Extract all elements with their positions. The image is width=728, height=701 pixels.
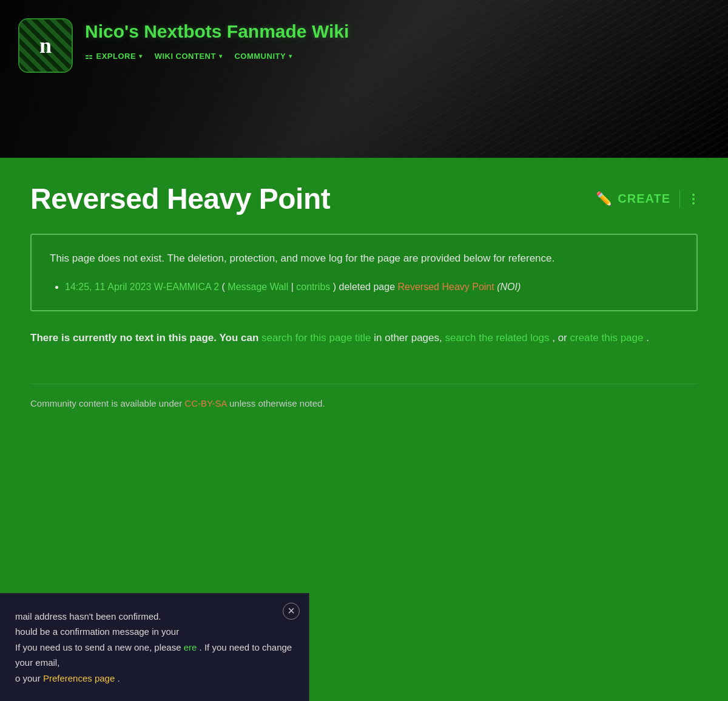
footer-suffix: unless otherwise noted.	[229, 398, 325, 408]
footer-text: Community content is available under CC-…	[30, 396, 698, 411]
search-page-title-link[interactable]: search for this page title	[261, 332, 371, 344]
popup-line6: .	[117, 673, 120, 683]
nav-item-community[interactable]: COMMUNITY ▾	[234, 52, 292, 61]
create-button[interactable]: ✏️ CREATE	[596, 191, 670, 207]
popup-text: mail address hasn't been confirmed. houl…	[15, 609, 297, 686]
nav-item-explore[interactable]: ⚏ EXPLORE ▾	[85, 51, 143, 61]
create-label: CREATE	[618, 192, 670, 206]
license-link[interactable]: CC-BY-SA	[184, 398, 226, 408]
page-title-row: Reversed Heavy Point ✏️ CREATE	[30, 182, 698, 215]
more-options-button[interactable]	[689, 191, 698, 208]
deletion-notice-box: This page does not exist. The deletion, …	[30, 234, 698, 311]
dot-icon-1	[692, 194, 695, 196]
log-noi: (NOI)	[497, 282, 521, 292]
log-timestamp-link[interactable]: 14:25, 11 April 2023	[65, 282, 151, 292]
wiki-logo[interactable]: n	[18, 18, 73, 73]
action-divider	[679, 190, 680, 208]
pencil-icon: ✏️	[596, 191, 613, 207]
log-message-wall-link[interactable]: Message Wall	[228, 282, 288, 292]
site-header: n Nico's Nextbots Fanmade Wiki ⚏ EXPLORE…	[0, 0, 728, 158]
wiki-logo-letter: n	[19, 19, 72, 72]
log-separator: |	[291, 282, 297, 292]
log-paren-open: (	[222, 282, 225, 292]
nav-item-wiki-content[interactable]: WIKI CONTENT ▾	[155, 52, 223, 61]
popup-line1: mail address hasn't been confirmed.	[15, 611, 161, 621]
wiki-title: Nico's Nextbots Fanmade Wiki	[85, 21, 349, 42]
no-text-suffix: , or	[552, 332, 567, 344]
popup-line3: If you need us to send a new one, please	[15, 642, 181, 652]
email-confirmation-popup: × mail address hasn't been confirmed. ho…	[0, 593, 309, 702]
dot-icon-2	[692, 198, 695, 200]
footer-prefix: Community content is available under	[30, 398, 182, 408]
log-page-name-link[interactable]: Reversed Heavy Point	[398, 282, 494, 292]
wiki-nav: ⚏ EXPLORE ▾ WIKI CONTENT ▾ COMMUNITY ▾	[85, 51, 349, 61]
notice-log-list: 14:25, 11 April 2023 W-EAMMICA 2 ( Messa…	[50, 279, 678, 295]
nav-explore-label: EXPLORE	[96, 52, 136, 61]
no-text-middle: in other pages,	[374, 332, 442, 344]
create-page-link[interactable]: create this page	[570, 332, 643, 344]
popup-line2: hould be a confirmation message in your	[15, 626, 179, 637]
page-title: Reversed Heavy Point	[30, 182, 330, 215]
page-actions: ✏️ CREATE	[596, 190, 698, 208]
page-footer: Community content is available under CC-…	[30, 384, 698, 411]
search-related-logs-link[interactable]: search the related logs	[445, 332, 549, 344]
nav-wiki-content-label: WIKI CONTENT	[155, 52, 216, 61]
no-text-notice: There is currently no text in this page.…	[30, 330, 698, 347]
popup-resend-link[interactable]: ere	[184, 642, 197, 652]
popup-line5: o your	[15, 673, 41, 683]
nav-community-label: COMMUNITY	[234, 52, 286, 61]
popup-close-button[interactable]: ×	[283, 603, 300, 620]
no-text-end: .	[646, 332, 649, 344]
explore-chevron-icon: ▾	[139, 53, 143, 59]
community-chevron-icon: ▾	[289, 53, 292, 59]
wiki-content-chevron-icon: ▾	[219, 53, 223, 59]
wiki-title-area: Nico's Nextbots Fanmade Wiki ⚏ EXPLORE ▾…	[85, 18, 349, 61]
explore-icon: ⚏	[85, 51, 93, 61]
popup-preferences-link[interactable]: Preferences page	[43, 673, 115, 683]
notice-text: This page does not exist. The deletion, …	[50, 250, 678, 266]
log-entry: 14:25, 11 April 2023 W-EAMMICA 2 ( Messa…	[65, 279, 678, 295]
log-user-link[interactable]: W-EAMMICA 2	[154, 282, 219, 292]
no-text-prefix: There is currently no text in this page.…	[30, 332, 258, 344]
log-deleted-text: ) deleted page	[333, 282, 395, 292]
log-contribs-link[interactable]: contribs	[296, 282, 330, 292]
header-content: n Nico's Nextbots Fanmade Wiki ⚏ EXPLORE…	[0, 0, 728, 73]
dot-icon-3	[692, 202, 695, 205]
